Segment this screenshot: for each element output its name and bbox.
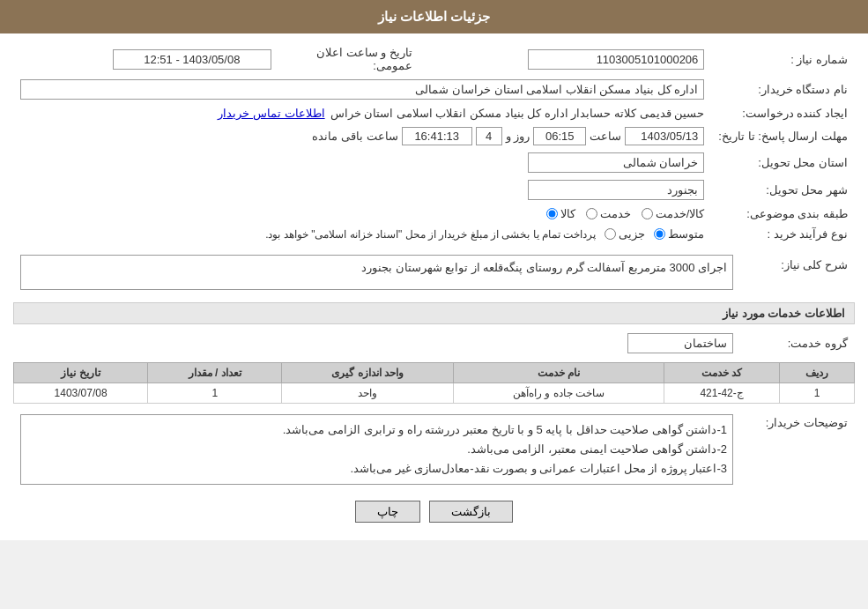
need-desc-table: شرح کلی نیاز: اجرای 3000 مترمربع آسفالت … xyxy=(13,251,855,293)
page-title: جزئیات اطلاعات نیاز xyxy=(378,9,490,24)
service-group-label: گروه خدمت: xyxy=(740,330,855,357)
buyer-org-row: نام دستگاه خریدار: اداره کل بنیاد مسکن ا… xyxy=(13,76,855,103)
category-kala-radio[interactable] xyxy=(546,208,558,219)
delivery-province-box: خراسان شمالی xyxy=(528,152,704,173)
purchase-type-row: نوع فرآیند خرید : متوسط جزیی پرداخت تمام… xyxy=(13,224,855,244)
category-option-khedmat[interactable]: خدمت xyxy=(586,207,631,220)
buyer-notes-box: 1-داشتن گواهی صلاحیت حداقل با پایه 5 و ب… xyxy=(20,414,733,485)
need-number-value: 1103005101000206 xyxy=(419,42,712,76)
need-desc-value: اجرای 3000 مترمربع آسفالت گرم روستای پنگ… xyxy=(13,251,740,293)
back-button[interactable]: بازگشت xyxy=(429,501,513,523)
col-unit: واحد اندازه گیری xyxy=(282,363,454,383)
requester-label: ایجاد کننده درخواست: xyxy=(711,103,855,123)
requester-row-inner: حسین قدیمی کلاته حسابدار اداره کل بنیاد … xyxy=(20,107,704,120)
services-table-body: 1ج-42-421ساخت جاده و راه‌آهنواحد11403/07… xyxy=(14,383,855,404)
delivery-city-box: بجنورد xyxy=(528,180,704,200)
need-desc-text: اجرای 3000 مترمربع آسفالت گرم روستای پنگ… xyxy=(361,261,727,274)
response-day-label: روز و xyxy=(506,130,530,143)
buyer-org-box: اداره کل بنیاد مسکن انقلاب اسلامی استان … xyxy=(20,79,704,100)
service-group-table: گروه خدمت: ساختمان xyxy=(13,330,855,357)
page-wrapper: جزئیات اطلاعات نیاز شماره نیاز : 1103005… xyxy=(0,0,868,540)
services-header-row: ردیف کد خدمت نام خدمت واحد اندازه گیری ت… xyxy=(14,363,855,383)
need-desc-row: شرح کلی نیاز: اجرای 3000 مترمربع آسفالت … xyxy=(13,251,855,293)
response-deadline-value: 1403/05/13 ساعت 06:15 روز و 4 16:41:13 س… xyxy=(13,123,711,149)
col-row-num: ردیف xyxy=(780,363,855,383)
purchase-type-option-motavasset[interactable]: متوسط xyxy=(654,227,704,241)
response-time-label: ساعت xyxy=(590,130,621,143)
response-deadline-label: مهلت ارسال پاسخ: تا تاریخ: xyxy=(711,123,855,149)
page-header: جزئیات اطلاعات نیاز xyxy=(0,0,868,33)
buyer-org-label: نام دستگاه خریدار: xyxy=(711,76,855,103)
need-desc-box: اجرای 3000 مترمربع آسفالت گرم روستای پنگ… xyxy=(20,255,733,290)
purchase-type-jozii-radio[interactable] xyxy=(605,228,616,240)
note-line: 1-داشتن گواهی صلاحیت حداقل با پایه 5 و ب… xyxy=(26,420,727,440)
col-need-date: تاریخ نیاز xyxy=(14,363,148,383)
buyer-org-value: اداره کل بنیاد مسکن انقلاب اسلامی استان … xyxy=(13,76,711,103)
print-button[interactable]: چاپ xyxy=(355,501,420,523)
need-number-box: 1103005101000206 xyxy=(528,49,704,70)
basic-info-table: شماره نیاز : 1103005101000206 تاریخ و سا… xyxy=(13,42,855,244)
table-row: 1ج-42-421ساخت جاده و راه‌آهنواحد11403/07… xyxy=(14,383,855,404)
delivery-province-value: خراسان شمالی xyxy=(13,149,711,176)
category-option-kala[interactable]: کالا xyxy=(546,207,575,220)
buyer-notes-row: توضیحات خریدار: 1-داشتن گواهی صلاحیت حدا… xyxy=(13,411,855,488)
category-row: طبقه بندی موضوعی: کالا/خدمت خدمت کالا xyxy=(13,204,855,224)
response-date-box: 1403/05/13 xyxy=(625,127,704,145)
need-desc-label: شرح کلی نیاز: xyxy=(740,251,855,293)
response-days-box: 4 xyxy=(476,127,502,145)
purchase-type-option-jozii[interactable]: جزیی xyxy=(605,227,645,241)
requester-contact-link[interactable]: اطلاعات تماس خریدار xyxy=(218,107,324,120)
note-line: 3-اعتبار پروژه از محل اعتبارات عمرانی و … xyxy=(26,459,727,479)
col-service-code: کد خدمت xyxy=(664,363,780,383)
purchase-type-value: متوسط جزیی پرداخت تمام یا بخشی از مبلغ خ… xyxy=(13,224,711,244)
col-service-name: نام خدمت xyxy=(454,363,664,383)
category-khedmat-label: خدمت xyxy=(600,207,631,220)
purchase-type-inner: متوسط جزیی پرداخت تمام یا بخشی از مبلغ خ… xyxy=(20,227,704,241)
delivery-city-label: شهر محل تحویل: xyxy=(711,176,855,204)
purchase-type-motavasset-label: متوسط xyxy=(668,227,704,241)
buyer-notes-table: توضیحات خریدار: 1-داشتن گواهی صلاحیت حدا… xyxy=(13,411,855,488)
services-table-header: ردیف کد خدمت نام خدمت واحد اندازه گیری ت… xyxy=(14,363,855,383)
note-line: 2-داشتن گواهی صلاحیت ایمنی معتبر، الزامی… xyxy=(26,440,727,459)
need-number-label: شماره نیاز : xyxy=(711,42,855,76)
purchase-type-note: پرداخت تمام یا بخشی از مبلغ خریدار از مح… xyxy=(265,228,596,241)
requester-name: حسین قدیمی کلاته حسابدار اداره کل بنیاد … xyxy=(330,107,705,120)
announce-date-value: 1403/05/08 - 12:51 xyxy=(13,42,278,76)
buttons-row: بازگشت چاپ xyxy=(13,501,855,523)
response-deadline-row: مهلت ارسال پاسخ: تا تاریخ: 1403/05/13 سا… xyxy=(13,123,855,149)
category-kala-khedmat-label: کالا/خدمت xyxy=(656,207,705,220)
response-remain-box: 16:41:13 xyxy=(402,127,472,145)
deadline-date-row: 1403/05/13 ساعت 06:15 روز و 4 16:41:13 س… xyxy=(20,127,704,145)
response-remain-label: ساعت باقی مانده xyxy=(312,130,397,143)
delivery-city-value: بجنورد xyxy=(13,176,711,204)
delivery-province-label: استان محل تحویل: xyxy=(711,149,855,176)
col-quantity: تعداد / مقدار xyxy=(148,363,282,383)
delivery-province-row: استان محل تحویل: خراسان شمالی xyxy=(13,149,855,176)
category-kala-label: کالا xyxy=(560,207,575,220)
category-khedmat-radio[interactable] xyxy=(586,208,597,219)
requester-row: ایجاد کننده درخواست: حسین قدیمی کلاته حس… xyxy=(13,103,855,123)
category-option-kala-khedmat[interactable]: کالا/خدمت xyxy=(642,207,705,220)
response-time-box: 06:15 xyxy=(533,127,586,145)
requester-value: حسین قدیمی کلاته حسابدار اداره کل بنیاد … xyxy=(13,103,711,123)
need-number-row: شماره نیاز : 1103005101000206 تاریخ و سا… xyxy=(13,42,855,76)
services-table: ردیف کد خدمت نام خدمت واحد اندازه گیری ت… xyxy=(13,362,855,404)
category-radio-group: کالا/خدمت خدمت کالا xyxy=(20,207,704,220)
service-group-value: ساختمان xyxy=(13,330,740,357)
category-value: کالا/خدمت خدمت کالا xyxy=(13,204,711,224)
service-group-row: گروه خدمت: ساختمان xyxy=(13,330,855,357)
purchase-type-label: نوع فرآیند خرید : xyxy=(711,224,855,244)
category-label: طبقه بندی موضوعی: xyxy=(711,204,855,224)
buyer-notes-value: 1-داشتن گواهی صلاحیت حداقل با پایه 5 و ب… xyxy=(13,411,740,488)
services-section-title: اطلاعات خدمات مورد نیاز xyxy=(13,302,855,324)
announce-date-box: 1403/05/08 - 12:51 xyxy=(113,49,271,70)
content-area: شماره نیاز : 1103005101000206 تاریخ و سا… xyxy=(0,33,868,540)
category-kala-khedmat-radio[interactable] xyxy=(642,208,653,219)
purchase-type-jozii-label: جزیی xyxy=(619,227,645,241)
announce-date-label: تاریخ و ساعت اعلان عمومی: xyxy=(278,42,419,76)
delivery-city-row: شهر محل تحویل: بجنورد xyxy=(13,176,855,204)
purchase-type-motavasset-radio[interactable] xyxy=(654,228,665,240)
service-group-box: ساختمان xyxy=(627,333,733,353)
buyer-notes-label: توضیحات خریدار: xyxy=(740,411,855,488)
